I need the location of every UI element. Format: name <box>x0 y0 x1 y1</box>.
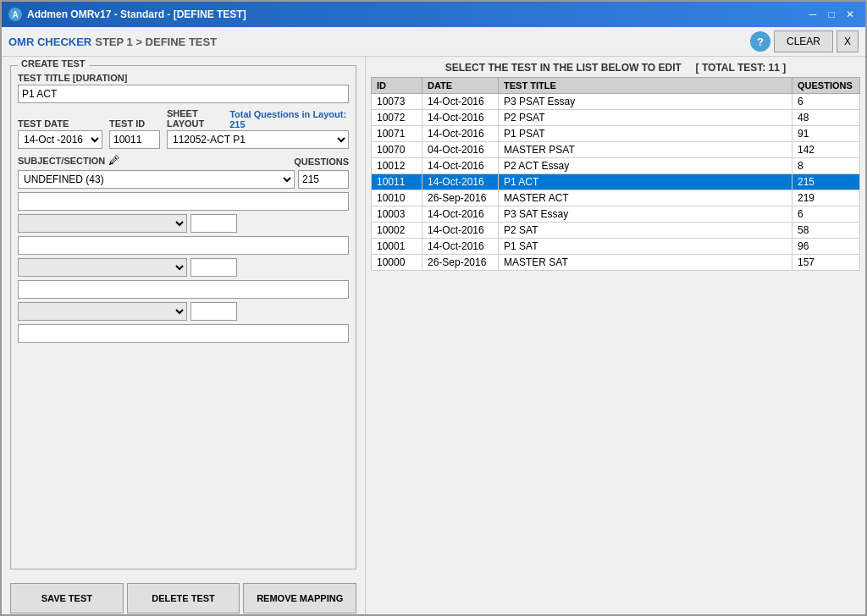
cell-title: P3 SAT Essay <box>499 206 792 223</box>
test-id-label: TEST ID <box>109 118 160 129</box>
section-row-2 <box>18 214 349 233</box>
table-row[interactable]: 1000214-Oct-2016P2 SAT58 <box>372 223 860 239</box>
test-id-input[interactable] <box>109 130 160 149</box>
cell-date: 14-Oct-2016 <box>422 126 499 142</box>
cell-questions: 91 <box>792 126 860 142</box>
close-panel-button[interactable]: X <box>837 30 859 52</box>
subject-label-area: SUBJECT/SECTION 🖉 <box>18 154 289 167</box>
title-bar-left: A Addmen OMRv17 - Standard - [DEFINE TES… <box>8 8 246 21</box>
table-row[interactable]: 1007004-Oct-2016MASTER PSAT142 <box>372 142 860 158</box>
clear-button[interactable]: CLEAR <box>774 30 833 52</box>
cell-date: 14-Oct-2016 <box>422 206 499 223</box>
maximize-button[interactable]: □ <box>823 6 840 23</box>
nav-right-controls: ? CLEAR X <box>750 30 859 52</box>
section-text-row-1 <box>18 192 349 211</box>
date-id-layout-row: TEST DATE 14-Oct -2016 TEST ID SHEET LAY… <box>18 108 349 149</box>
section-text-3[interactable] <box>18 280 349 299</box>
edit-icon: 🖉 <box>108 154 119 167</box>
cell-questions: 6 <box>792 94 860 110</box>
col-header-date: DATE <box>422 78 499 94</box>
minimize-button[interactable]: ─ <box>804 6 821 23</box>
test-id-group: TEST ID <box>109 118 160 149</box>
cell-title: MASTER PSAT <box>499 142 792 158</box>
section-text-1[interactable] <box>18 192 349 211</box>
section-text-row-3 <box>18 280 349 299</box>
select-test-label: SELECT THE TEST IN THE LIST BELOW TO EDI… <box>445 62 682 74</box>
cell-date: 14-Oct-2016 <box>422 94 499 110</box>
cell-id: 10002 <box>372 223 422 239</box>
omr-checker-link[interactable]: OMR CHECKER <box>8 36 91 48</box>
col-header-questions: QUESTIONS <box>792 78 860 94</box>
section-dropdown-3[interactable] <box>18 258 187 277</box>
cell-id: 10000 <box>372 255 422 271</box>
cell-questions: 96 <box>792 239 860 255</box>
cell-id: 10011 <box>372 174 422 190</box>
section-text-row-2 <box>18 236 349 255</box>
cell-questions: 142 <box>792 142 860 158</box>
test-list-table: ID DATE TEST TITLE QUESTIONS 1007314-Oct… <box>371 77 860 271</box>
title-bar-controls: ─ □ ✕ <box>804 6 859 23</box>
sheet-layout-select[interactable]: 112052-ACT P1 <box>167 130 349 149</box>
table-header-row: ID DATE TEST TITLE QUESTIONS <box>372 78 860 94</box>
table-row[interactable]: 1000026-Sep-2016MASTER SAT157 <box>372 255 860 271</box>
questions-header-label: QUESTIONS <box>294 157 349 167</box>
breadcrumb: OMR CHECKER STEP 1 > DEFINE TEST <box>8 36 217 48</box>
cell-date: 14-Oct-2016 <box>422 158 499 174</box>
section-dropdown-4[interactable] <box>18 302 187 321</box>
subject-dropdown[interactable]: UNDEFINED (43) <box>18 170 295 189</box>
table-row[interactable]: 1001114-Oct-2016P1 ACT215 <box>372 174 860 190</box>
test-date-select[interactable]: 14-Oct -2016 <box>18 130 102 149</box>
window-title: Addmen OMRv17 - Standard - [DEFINE TEST] <box>27 8 246 20</box>
cell-questions: 6 <box>792 206 860 223</box>
cell-title: P2 SAT <box>499 223 792 239</box>
subject-main-row: UNDEFINED (43) <box>18 170 349 189</box>
section-q-2[interactable] <box>191 214 237 233</box>
main-content: CREATE TEST TEST TITLE [DURATION] TEST D… <box>2 57 865 616</box>
cell-id: 10001 <box>372 239 422 255</box>
cell-title: P2 PSAT <box>499 110 792 126</box>
cell-title: MASTER ACT <box>499 190 792 206</box>
section-q-3[interactable] <box>191 258 237 277</box>
section-text-2[interactable] <box>18 236 349 255</box>
delete-test-button[interactable]: DELETE TEST <box>127 583 240 613</box>
section-q-4[interactable] <box>191 302 237 321</box>
test-title-input[interactable] <box>18 85 349 103</box>
table-row[interactable]: 1007214-Oct-2016P2 PSAT48 <box>372 110 860 126</box>
cell-title: P3 PSAT Essay <box>499 94 792 110</box>
table-row[interactable]: 1001026-Sep-2016MASTER ACT219 <box>372 190 860 206</box>
help-button[interactable]: ? <box>750 31 770 52</box>
cell-id: 10070 <box>372 142 422 158</box>
test-title-row: TEST TITLE [DURATION] <box>18 73 349 103</box>
sheet-layout-group: SHEET LAYOUT Total Questions in Layout: … <box>167 108 349 149</box>
table-row[interactable]: 1007314-Oct-2016P3 PSAT Essay6 <box>372 94 860 110</box>
total-questions-info: Total Questions in Layout: 215 <box>229 109 349 129</box>
left-panel: CREATE TEST TEST TITLE [DURATION] TEST D… <box>2 57 366 616</box>
cell-questions: 215 <box>792 174 860 190</box>
cell-date: 14-Oct-2016 <box>422 174 499 190</box>
right-panel: SELECT THE TEST IN THE LIST BELOW TO EDI… <box>366 57 865 616</box>
test-date-group: TEST DATE 14-Oct -2016 <box>18 118 102 149</box>
cell-questions: 8 <box>792 158 860 174</box>
cell-questions: 157 <box>792 255 860 271</box>
save-test-button[interactable]: SAVE TEST <box>10 583 124 613</box>
group-box-title: CREATE TEST <box>18 58 89 69</box>
table-row[interactable]: 1007114-Oct-2016P1 PSAT91 <box>372 126 860 142</box>
cell-questions: 48 <box>792 110 860 126</box>
section-text-4[interactable] <box>18 324 349 343</box>
cell-title: P1 SAT <box>499 239 792 255</box>
cell-date: 14-Oct-2016 <box>422 110 499 126</box>
cell-id: 10073 <box>372 94 422 110</box>
section-dropdown-2[interactable] <box>18 214 187 233</box>
total-test-label: TOTAL TEST: 11 <box>702 62 780 74</box>
subject-questions-input[interactable] <box>298 170 349 189</box>
col-header-title: TEST TITLE <box>499 78 792 94</box>
section-row-4 <box>18 302 349 321</box>
table-row[interactable]: 1000114-Oct-2016P1 SAT96 <box>372 239 860 255</box>
remove-mapping-button[interactable]: REMOVE MAPPING <box>243 583 356 613</box>
cell-date: 26-Sep-2016 <box>422 255 499 271</box>
sheet-layout-label: SHEET LAYOUT <box>167 108 229 129</box>
table-row[interactable]: 1001214-Oct-2016P2 ACT Essay8 <box>372 158 860 174</box>
app-icon: A <box>8 8 22 21</box>
window-close-button[interactable]: ✕ <box>842 6 859 23</box>
table-row[interactable]: 1000314-Oct-2016P3 SAT Essay6 <box>372 206 860 223</box>
